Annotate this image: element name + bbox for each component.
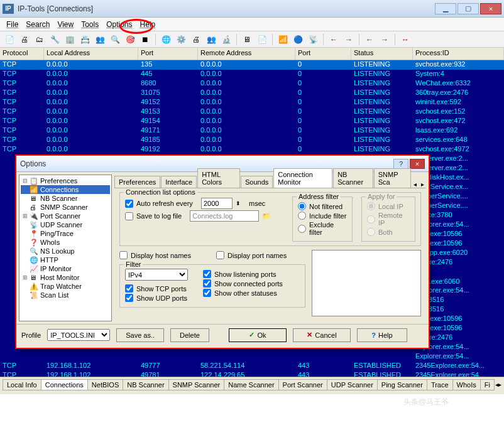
tree-item[interactable]: 🖨SNMP Scanner [21, 203, 110, 212]
options-tab[interactable]: HTML Colors [197, 168, 240, 188]
save-log-checkbox[interactable]: Save to log file 📁 [125, 210, 283, 222]
tree-item[interactable]: ⊟📋Preferences [21, 176, 110, 185]
toolbar-icon[interactable]: 🖨 [18, 33, 31, 46]
show-tcp-checkbox[interactable]: Show TCP ports [125, 284, 188, 293]
bottom-tab[interactable]: NetBIOS [87, 379, 123, 390]
options-tab[interactable]: NB Scanner [333, 168, 373, 188]
nav-arrow-icon[interactable]: → [342, 33, 356, 46]
show-udp-checkbox[interactable]: Show UDP ports [125, 294, 188, 302]
bottom-tab[interactable]: Fi [480, 379, 495, 390]
browse-icon[interactable]: 📁 [262, 212, 271, 220]
bottom-tab[interactable]: NB Scanner [123, 379, 168, 390]
tree-item[interactable]: 📍Ping/Trace [21, 229, 110, 238]
header-remote-port[interactable]: Port [295, 48, 351, 60]
toolbar-icon[interactable]: 📡 [306, 33, 320, 46]
tree-item[interactable]: 🌐HTTP [21, 256, 110, 264]
bottom-tab[interactable]: WhoIs [452, 379, 481, 390]
header-status[interactable]: Status [351, 48, 413, 60]
display-host-names-checkbox[interactable]: Display host names [119, 251, 191, 259]
addr-filter-exclude-radio[interactable]: Exclude filter [298, 221, 347, 236]
bottom-tab[interactable]: SNMP Scanner [168, 379, 225, 390]
toolbar-icon[interactable]: 📄 [3, 33, 16, 46]
tree-item[interactable]: 📈IP Monitor [21, 264, 110, 273]
bottom-tab[interactable]: Local Info [3, 379, 41, 390]
toolbar-icon[interactable]: 🎯 [123, 33, 137, 46]
toolbar-icon[interactable]: 🔍 [108, 33, 122, 46]
tree-item[interactable]: 📶Connections [21, 185, 110, 194]
menu-options[interactable]: Options [104, 19, 134, 30]
options-tab[interactable]: Sounds [241, 176, 273, 188]
toolbar-icon[interactable]: 📄 [255, 33, 269, 46]
tab-scroll-left[interactable]: ◂ [412, 181, 419, 188]
options-tab[interactable]: Preferences [114, 176, 160, 188]
header-port[interactable]: Port [138, 48, 198, 60]
refresh-interval-input[interactable] [201, 198, 233, 209]
nav-arrow-icon[interactable]: ← [363, 33, 376, 46]
close-button[interactable]: × [480, 3, 501, 14]
toolbar-icon[interactable]: 🖥 [240, 33, 254, 46]
filter-list-textarea[interactable] [312, 250, 421, 316]
toolbar-icon[interactable]: 🔧 [48, 33, 62, 46]
toolbar-icon[interactable]: 🖨 [189, 33, 203, 46]
table-row[interactable]: TCP0.0.0.086800.0.0.00LISTENINGWeChat.ex… [0, 79, 504, 89]
toolbar-icon[interactable]: 📇 [78, 33, 92, 46]
toolbar-icon[interactable]: 📶 [276, 33, 290, 46]
bottom-tab[interactable]: Ping Scanner [377, 379, 427, 390]
table-row[interactable]: TCP0.0.0.0491710.0.0.00LISTENINGlsass.ex… [0, 126, 504, 136]
header-process[interactable]: Process:ID [413, 48, 504, 60]
menu-view[interactable]: View [55, 19, 76, 30]
show-listening-checkbox[interactable]: Show listening ports [203, 270, 283, 278]
toolbar-icon[interactable]: 👥 [93, 33, 107, 46]
addr-filter-include-radio[interactable]: Include filter [298, 212, 347, 220]
menu-search[interactable]: Search [23, 19, 52, 30]
bottom-tab[interactable]: Port Scanner [278, 379, 327, 390]
minimize-button[interactable]: ▁ [435, 3, 456, 14]
table-row[interactable]: TCP0.0.0.0491540.0.0.00LISTENINGsvchost.… [0, 117, 504, 126]
help-button[interactable]: ?Help [357, 328, 407, 342]
tree-item[interactable]: 🖥NB Scanner [21, 194, 110, 203]
show-connected-checkbox[interactable]: Show connected ports [203, 279, 283, 288]
tree-item[interactable]: ❓WhoIs [21, 238, 110, 247]
table-row[interactable]: TCP0.0.0.01350.0.0.00LISTENINGsvchost.ex… [0, 60, 504, 70]
save-as-button[interactable]: Save as.. [116, 328, 164, 342]
table-row[interactable]: TCP0.0.0.0491850.0.0.00LISTENINGservices… [0, 136, 504, 145]
tree-item[interactable]: 📜Scan List [21, 291, 110, 299]
dialog-close-button[interactable]: × [410, 159, 425, 169]
header-protocol[interactable]: Protocol [0, 48, 44, 60]
ip-version-select[interactable]: IPv4 [125, 269, 188, 281]
delete-button[interactable]: Delete [170, 328, 209, 342]
bottom-tab[interactable]: Name Scanner [224, 379, 278, 390]
show-other-checkbox[interactable]: Show other statuses [203, 289, 283, 297]
toolbar-icon[interactable]: 👥 [204, 33, 218, 46]
table-row[interactable]: TCP0.0.0.04450.0.0.00LISTENINGSystem:4 [0, 70, 504, 79]
table-row[interactable]: TCP0.0.0.0310750.0.0.00LISTENING360tray.… [0, 89, 504, 98]
toolbar-icon[interactable]: 🔵 [291, 33, 305, 46]
tree-item[interactable]: ⊞🖥Host Monitor [21, 273, 110, 282]
auto-refresh-checkbox[interactable]: Auto refresh every ⬍ msec [125, 198, 283, 209]
table-row[interactable]: TCP192.168.1.1024977758.221.54.114443EST… [0, 362, 504, 371]
bottom-tab[interactable]: Connections [41, 379, 88, 390]
table-row[interactable]: TCP0.0.0.0491520.0.0.00LISTENINGwininit.… [0, 98, 504, 107]
maximize-button[interactable]: ▢ [457, 3, 479, 14]
toolbar-icon[interactable]: ⚙️ [174, 33, 188, 46]
menu-file[interactable]: File [4, 19, 21, 30]
tree-item[interactable]: 📡UDP Scanner [21, 220, 110, 229]
options-tab[interactable]: Interface [161, 176, 197, 188]
bottom-tab[interactable]: UDP Scanner [327, 379, 378, 390]
tree-item[interactable]: ⊞🔌Port Scanner [21, 212, 110, 220]
header-remote-address[interactable]: Remote Address [198, 48, 295, 60]
options-tab[interactable]: SNMP Sca [374, 168, 411, 188]
toolbar-icon[interactable]: 🔬 [219, 33, 233, 46]
toolbar-icon[interactable]: 🏢 [63, 33, 77, 46]
bottom-tab[interactable]: Trace [427, 379, 453, 390]
options-tab[interactable]: Connection Monitor [273, 168, 332, 188]
nav-arrow-icon[interactable]: ↔ [398, 33, 412, 46]
table-row[interactable]: TCP192.168.1.10249781122.14.229.65443EST… [0, 371, 504, 377]
options-tree[interactable]: ⊟📋Preferences 📶Connections 🖥NB Scanner 🖨… [19, 175, 112, 321]
table-row[interactable]: TCP0.0.0.0491920.0.0.00LISTENINGsvchost.… [0, 145, 504, 154]
nav-arrow-icon[interactable]: ← [327, 33, 341, 46]
table-row[interactable]: TCP0.0.0.0491530.0.0.00LISTENINGsvchost.… [0, 107, 504, 117]
table-row[interactable]: Explorer.exe:54... [0, 352, 504, 362]
nav-arrow-icon[interactable]: → [378, 33, 392, 46]
header-local-address[interactable]: Local Address [44, 48, 138, 60]
